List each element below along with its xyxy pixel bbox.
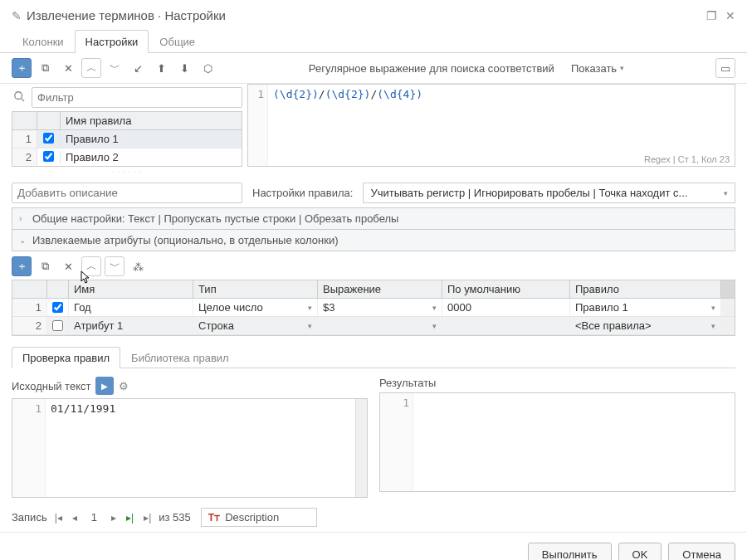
main-tabs: Колонки Настройки Общие bbox=[0, 29, 747, 53]
accordion-general[interactable]: › Общие настройки: Текст | Пропускать пу… bbox=[12, 207, 735, 230]
rule-name[interactable]: Правило 1 bbox=[61, 130, 242, 148]
tab-rule-library[interactable]: Библиотека правил bbox=[120, 347, 240, 368]
run-button[interactable]: Выполнить bbox=[528, 543, 612, 560]
last-record-button[interactable]: ▸| bbox=[141, 512, 154, 523]
results-label: Результаты bbox=[379, 377, 436, 389]
rule-checkbox[interactable] bbox=[43, 151, 54, 162]
tab-columns[interactable]: Колонки bbox=[12, 30, 75, 53]
accordion-attributes[interactable]: ⌄ Извлекаемые атрибуты (опционально, в о… bbox=[12, 229, 735, 251]
attr-delete-button[interactable]: ✕ bbox=[58, 256, 78, 276]
sub-tabs: Проверка правил Библиотека правил bbox=[12, 346, 735, 368]
first-record-button[interactable]: |◂ bbox=[52, 512, 65, 523]
svg-point-0 bbox=[15, 92, 22, 100]
text-type-icon: Tᴛ bbox=[208, 512, 220, 523]
attr-toolbar: ＋ ⧉ ✕ ︿ ﹀ ⁂ bbox=[0, 251, 747, 280]
rules-header-name: Имя правила bbox=[61, 112, 242, 129]
attr-row[interactable]: 2 Атрибут 1 Строка▾ ▾ <Все правила>▾ bbox=[12, 317, 735, 335]
dialog-footer: Выполнить OK Отмена bbox=[0, 532, 747, 560]
tab-settings[interactable]: Настройки bbox=[75, 30, 149, 53]
upload-button[interactable]: ⬆ bbox=[151, 58, 171, 78]
attr-checkbox[interactable] bbox=[52, 302, 63, 313]
attr-row[interactable]: 1 Год Целое число▾ $3▾ 0000 Правило 1▾ bbox=[12, 299, 735, 317]
filter-input[interactable] bbox=[32, 87, 242, 108]
prev-record-button[interactable]: ◂ bbox=[70, 512, 80, 523]
download-button[interactable]: ⬇ bbox=[174, 58, 194, 78]
rule-settings-dropdown[interactable]: Учитывать регистр | Игнорировать пробелы… bbox=[363, 183, 735, 203]
maximize-icon[interactable]: ❐ bbox=[706, 9, 717, 22]
copy-button[interactable]: ⧉ bbox=[35, 58, 55, 78]
show-dropdown[interactable]: Показать bbox=[564, 62, 631, 75]
rule-row[interactable]: 1 Правило 1 bbox=[12, 130, 242, 149]
source-text-label: Исходный текст bbox=[12, 380, 90, 392]
ok-button[interactable]: OK bbox=[618, 543, 662, 560]
rule-checkbox[interactable] bbox=[43, 133, 54, 144]
regex-label: Регулярное выражение для поиска соответс… bbox=[302, 62, 561, 75]
rule-name[interactable]: Правило 2 bbox=[61, 149, 242, 166]
regex-status: Regex | Ст 1, Кол 23 bbox=[644, 154, 730, 164]
next-match-button[interactable]: ▸| bbox=[124, 512, 136, 523]
regex-editor[interactable]: 1 (\d{2})/(\d{2})/(\d{4}) Regex | Ст 1, … bbox=[247, 84, 735, 167]
record-total: из 535 bbox=[159, 511, 191, 523]
add-button[interactable]: ＋ bbox=[12, 58, 32, 78]
chevron-down-icon: ⌄ bbox=[19, 236, 27, 245]
tab-general[interactable]: Общие bbox=[149, 30, 206, 53]
window-title: Извлечение терминов · Настройки bbox=[27, 8, 706, 22]
main-toolbar: ＋ ⧉ ✕ ︿ ﹀ ↙ ⬆ ⬇ ⬡ Регулярное выражение д… bbox=[0, 53, 747, 84]
rules-table: Имя правила 1 Правило 1 2 Правило 2 bbox=[12, 111, 242, 167]
move-down-button[interactable]: ﹀ bbox=[105, 58, 124, 78]
search-icon bbox=[12, 90, 27, 105]
record-current[interactable]: 1 bbox=[85, 511, 104, 523]
attr-up-button[interactable]: ︿ bbox=[81, 256, 101, 276]
attributes-table: Имя Тип Выражение По умолчанию Правило 1… bbox=[12, 280, 735, 336]
titlebar: ✎ Извлечение терминов · Настройки ❐ ✕ bbox=[0, 0, 747, 29]
svg-line-1 bbox=[22, 99, 25, 102]
source-text-editor[interactable]: 1 01/11/1991 bbox=[12, 398, 368, 498]
scrollbar[interactable] bbox=[355, 399, 367, 497]
delete-button[interactable]: ✕ bbox=[58, 58, 78, 78]
results-editor: 1 bbox=[379, 392, 735, 492]
chevron-right-icon: › bbox=[19, 214, 27, 223]
move-up-button[interactable]: ︿ bbox=[81, 58, 101, 78]
attr-copy-button[interactable]: ⧉ bbox=[35, 256, 55, 276]
attr-add-button[interactable]: ＋ bbox=[12, 256, 32, 276]
field-selector[interactable]: Tᴛ Description bbox=[201, 508, 317, 527]
cancel-button[interactable]: Отмена bbox=[668, 543, 735, 560]
description-input[interactable] bbox=[12, 183, 242, 203]
package-button[interactable]: ⬡ bbox=[198, 58, 217, 78]
next-record-button[interactable]: ▸ bbox=[109, 512, 119, 523]
pencil-icon: ✎ bbox=[12, 9, 22, 22]
record-navigator: Запись |◂ ◂ 1 ▸ ▸| ▸| из 535 Tᴛ Descript… bbox=[0, 503, 747, 528]
rule-row[interactable]: 2 Правило 2 bbox=[12, 149, 242, 166]
run-test-button[interactable]: ▶ bbox=[95, 377, 114, 395]
attr-wand-button[interactable]: ⁂ bbox=[128, 256, 148, 276]
expand-button[interactable]: ▭ bbox=[715, 58, 735, 78]
rule-settings-label: Настройки правила: bbox=[247, 187, 358, 199]
tab-test-rules[interactable]: Проверка правил bbox=[12, 347, 120, 368]
attr-down-button[interactable]: ﹀ bbox=[105, 256, 124, 276]
test-settings-button[interactable]: ⚙ bbox=[119, 380, 129, 392]
resize-handle[interactable]: · · · · · · bbox=[12, 167, 242, 178]
close-icon[interactable]: ✕ bbox=[725, 9, 735, 22]
attr-checkbox[interactable] bbox=[52, 320, 63, 331]
record-label: Запись bbox=[12, 511, 47, 523]
import-button[interactable]: ↙ bbox=[128, 58, 148, 78]
